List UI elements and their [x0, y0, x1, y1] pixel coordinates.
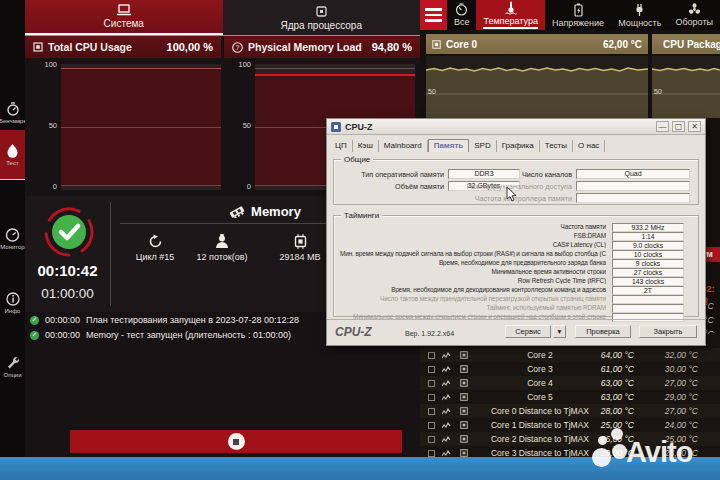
close-button[interactable]: ✕ [688, 121, 701, 132]
sidebar-item-label: Опции [3, 372, 21, 378]
cpu-package-panel-header[interactable]: CPU Package [652, 34, 720, 54]
tab-spd[interactable]: SPD [469, 140, 496, 152]
cycle-stat: Цикл #15 [120, 234, 190, 262]
refresh-icon [148, 234, 163, 249]
threads-label: 12 поток(ов) [197, 252, 248, 262]
sensor-checkbox[interactable] [428, 450, 435, 457]
metric-value: 94,80 % [372, 41, 412, 53]
avito-logo-dot [598, 436, 607, 445]
channels-value: Quad [576, 169, 690, 179]
tools-dropdown-button[interactable]: ▾ [553, 325, 566, 338]
core0-panel-header[interactable]: Core 0 62,00 °C [426, 34, 648, 54]
close-window-button[interactable]: Закрыть [639, 325, 697, 338]
window-icon [33, 42, 43, 52]
timing-value [612, 304, 684, 313]
minimize-button[interactable]: — [656, 121, 669, 132]
log-time: 00:00:00 [45, 315, 80, 325]
timing-value [612, 295, 684, 304]
tab-cpu-cores[interactable]: Ядра процессора [223, 0, 421, 35]
axis-tick: 0 [237, 182, 251, 191]
sensor-checkbox[interactable] [428, 380, 435, 387]
menu-item-power[interactable]: Мощность [611, 0, 668, 30]
cpuz-footer: CPU-Z Вер. 1.92.2.x64 Сервис ▾ Проверка … [327, 319, 705, 345]
tab-cpu[interactable]: ЦП [330, 140, 353, 152]
axis-tick: 50 [424, 87, 436, 96]
window-title: CPU-Z [345, 122, 373, 132]
timing-value: 27 clocks [612, 268, 684, 277]
sensor-checkbox[interactable] [428, 436, 435, 443]
sensor-checkbox[interactable] [428, 422, 435, 429]
timing-label: Минимальное время активности строки [340, 268, 606, 275]
log-ok-icon: ✓ [30, 331, 39, 340]
menu-icon[interactable] [420, 0, 447, 30]
panel-label: CPU Package [663, 39, 720, 50]
axis-tick: 50 [237, 121, 251, 130]
sensor-checkbox[interactable] [428, 408, 435, 415]
maximize-button[interactable]: ▢ [672, 121, 685, 132]
axis-tick: 100 [237, 60, 251, 69]
dc-mode-value [576, 181, 690, 191]
tab-system[interactable]: Система [25, 0, 223, 35]
avito-logo-dot [611, 428, 623, 440]
cpu-package-graph: 50 [652, 56, 720, 118]
menu-item-fans[interactable]: Обороты [668, 0, 720, 30]
sensor-checkbox[interactable] [428, 366, 435, 373]
axis-tick: 100 [43, 60, 57, 69]
menu-item-voltage[interactable]: Напряжение [545, 0, 611, 30]
elapsed-time: 00:10:42 [25, 262, 110, 279]
sidebar-item-label: Инфо [5, 308, 21, 314]
stop-test-bar[interactable] [70, 430, 402, 453]
metric-label: Physical Memory Load [248, 41, 362, 53]
info-icon [6, 292, 20, 306]
tab-memory[interactable]: Память [428, 139, 470, 152]
screen: Бенчмарк Тест Монитор Инфо Опции С [0, 0, 720, 480]
timing-label: Мин. время между подачей сигнала на выбо… [340, 250, 606, 257]
menu-item-temperature[interactable]: Температура [476, 0, 545, 30]
core0-series [426, 56, 648, 118]
metric-value: 100,00 % [167, 41, 213, 53]
avito-logo-dot [612, 444, 627, 459]
sensor-checkbox[interactable] [428, 394, 435, 401]
sensor-row: Core 0 Distance to TjMAX 28,00 °C 27,00 … [420, 404, 720, 418]
timing-value: 143 clocks [612, 277, 684, 286]
avito-logo-dot [592, 448, 611, 467]
timing-label: Время, необходимое для декодирования кон… [340, 286, 606, 293]
timing-value: 10 clocks [612, 250, 684, 259]
tab-graphics[interactable]: Графика [497, 140, 540, 152]
sensor-checkbox[interactable] [428, 352, 435, 359]
sidebar-item-label: Тест [6, 160, 18, 166]
timing-label: Row Refresh Cycle Time (tRFC) [340, 277, 606, 284]
menu-item-label: Обороты [675, 17, 713, 27]
sidebar-item-monitor[interactable]: Монитор [0, 214, 25, 264]
sidebar-item-options[interactable]: Опции [0, 342, 25, 392]
monitoring-menu: Все Температура Напряжение Мощность Обор… [420, 0, 720, 30]
metric-memory-load: ? Physical Memory Load 94,80 % [224, 36, 420, 58]
menu-item-label: Мощность [618, 18, 661, 28]
tab-mainboard[interactable]: Mainboard [379, 140, 428, 152]
tab-cache[interactable]: Кэш [353, 140, 379, 152]
validate-button[interactable]: Проверка [575, 325, 631, 338]
log-message: План тестирования запущен в 2023-07-28 0… [86, 315, 299, 325]
cpu-usage-graph [61, 64, 221, 190]
cpuz-titlebar[interactable]: CPU-Z — ▢ ✕ [327, 119, 705, 135]
battery-icon [573, 3, 584, 17]
log-entry: ✓ 00:00:00 План тестирования запущен в 2… [30, 315, 299, 325]
menu-item-all[interactable]: Все [447, 0, 477, 30]
timing-label: Число тактов между принудительной переза… [340, 295, 606, 302]
chip-icon [315, 5, 328, 18]
tab-bench[interactable]: Тесты [540, 140, 573, 152]
laptop-icon [116, 4, 132, 16]
mem-type-label: Тип оперативной памяти [338, 170, 444, 179]
test-tabbar: Система Ядра процессора [25, 0, 420, 36]
sidebar-item-label: Бенчмарк [0, 118, 25, 124]
cycle-label: Цикл #15 [136, 252, 175, 262]
metric-cpu-usage: Total CPU Usage 100,00 % [25, 36, 221, 58]
log-time: 00:00:00 [45, 330, 80, 340]
sidebar-item-info[interactable]: Инфо [0, 278, 25, 328]
sidebar-item-test[interactable]: Тест [0, 130, 25, 180]
memory-chip-icon [293, 234, 308, 249]
tools-button[interactable]: Сервис [505, 325, 551, 338]
tab-about[interactable]: О нас [573, 140, 605, 152]
thermometer-icon [505, 1, 517, 15]
wrench-icon [6, 356, 20, 370]
